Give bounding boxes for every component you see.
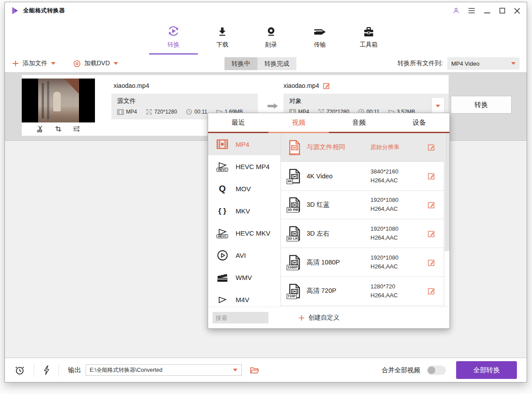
source-file-icon: source [288, 140, 307, 155]
preset-scrollbar[interactable] [444, 133, 449, 307]
effects-sliders-icon[interactable] [73, 125, 80, 133]
app-title: 全能格式转换器 [23, 7, 65, 15]
nav-tab-toolbox[interactable]: 工具箱 [344, 22, 393, 49]
nav-tab-transfer[interactable]: 传输 [296, 22, 344, 49]
divider [59, 363, 59, 377]
target-format-dropdown-button[interactable] [431, 97, 445, 115]
convert-all-to-label: 转换所有文件到: [398, 59, 443, 67]
clapperboard-icon [217, 272, 228, 283]
edit-preset-icon[interactable] [428, 143, 435, 151]
rename-edit-icon[interactable] [323, 82, 330, 89]
edit-preset-icon[interactable] [428, 230, 435, 237]
output-path-select[interactable]: E:\全能格式转换器\Converted [86, 364, 242, 376]
video-file-icon: 1080P [288, 255, 307, 270]
open-folder-icon[interactable] [250, 366, 259, 374]
plus-icon [298, 315, 305, 321]
transfer-icon [313, 26, 327, 38]
edit-preset-icon[interactable] [428, 259, 435, 266]
format-item-hevc-mkv[interactable]: HEVC HEVC MKV [208, 222, 280, 244]
edit-preset-icon[interactable] [428, 201, 435, 209]
film-icon [117, 109, 124, 115]
convert-button[interactable]: 转换 [451, 96, 512, 114]
resize-icon [146, 109, 152, 115]
chevron-down-icon [114, 62, 118, 65]
toolbox-icon [363, 27, 375, 38]
menu-icon[interactable] [468, 7, 475, 14]
format-item-avi[interactable]: AVI [208, 244, 280, 266]
format-item-hevc-mp4[interactable]: HEVC HEVC MP4 [208, 155, 280, 177]
edit-preset-icon[interactable] [428, 172, 435, 180]
format-item-mp4[interactable]: MP4 [208, 133, 280, 155]
preset-same-as-source[interactable]: source 与源文件相同 原始分辨率 [281, 133, 449, 162]
burn-disc-icon [265, 26, 277, 38]
panel-tab-device[interactable]: 设备 [389, 113, 449, 133]
high-speed-bolt-icon[interactable] [43, 365, 50, 375]
format-item-mov[interactable]: Q MOV [208, 177, 280, 200]
load-dvd-button[interactable]: 加载DVD [73, 59, 118, 67]
convert-icon [166, 24, 181, 38]
add-file-button[interactable]: 添加文件 [12, 59, 55, 67]
hevc-flag-icon: HEVC [217, 162, 228, 172]
source-section-title: 源文件 [117, 97, 252, 105]
output-path-value: E:\全能格式转换器\Converted [86, 366, 233, 374]
video-thumbnail[interactable] [22, 79, 95, 122]
source-filename: xiaodao.mp4 [114, 82, 149, 89]
preset-hd-1080p[interactable]: 1080P 高清 1080P 1920*1080H264,AAC [281, 248, 449, 277]
panel-footer: 创建自定义 [208, 307, 449, 328]
source-resolution: 720*1280 [146, 109, 177, 115]
braces-icon: { } [218, 207, 226, 215]
close-icon[interactable] [514, 8, 520, 14]
top-nav: 转换 下载 刻录 传输 工具箱 [5, 19, 527, 55]
plus-icon [12, 60, 19, 67]
app-window: 全能格式转换器 转换 下载 刻录 传输 [4, 2, 527, 382]
preset-4k-video[interactable]: 4K 4K Video 3840*2160H264,AAC [281, 162, 449, 191]
nav-tab-convert[interactable]: 转换 [149, 22, 198, 49]
format-picker-panel: 最近 视频 音频 设备 MP4 HEVC HEVC MP4 Q M [208, 113, 450, 329]
merge-all-label: 合并全部视频 [382, 366, 420, 374]
chevron-down-icon [51, 62, 55, 65]
preset-hd-720p[interactable]: 720P 高清 720P 1280*720H264,AAC [281, 277, 449, 306]
format-item-wmv[interactable]: WMV [208, 266, 280, 288]
format-item-m4v[interactable]: M4V [208, 288, 280, 307]
account-icon[interactable] [453, 7, 460, 14]
preset-3d-red-blue[interactable]: 3D RB 3D 红蓝 1920*1080H264,AAC [281, 191, 449, 220]
output-format-select[interactable]: MP4 Video [447, 57, 520, 70]
create-custom-button[interactable]: 创建自定义 [298, 314, 339, 322]
tab-finished[interactable]: 转换完成 [257, 57, 296, 70]
target-filename: xiaodao.mp4 [284, 82, 330, 89]
nav-tab-download[interactable]: 下载 [198, 22, 247, 49]
crop-icon[interactable] [55, 125, 62, 133]
dvd-disc-icon [73, 60, 81, 67]
format-list: MP4 HEVC HEVC MP4 Q MOV { } MKV [208, 133, 281, 307]
video-thumbnail-card [22, 79, 95, 135]
video-frame-image [38, 79, 79, 122]
panel-tab-video[interactable]: 视频 [268, 113, 329, 133]
chevron-down-icon [233, 369, 237, 371]
toggle-knob [428, 366, 435, 374]
search-input[interactable] [213, 312, 268, 323]
source-format: MP4 [117, 109, 137, 115]
convert-all-button[interactable]: 全部转换 [456, 361, 517, 379]
app-logo-icon [11, 7, 19, 15]
queue-tabs: 转换中 转换完成 [225, 57, 296, 70]
trim-scissors-icon[interactable] [36, 125, 44, 133]
clock-icon [186, 109, 192, 115]
panel-tab-audio[interactable]: 音频 [329, 113, 389, 133]
toolbar: 添加文件 加载DVD 转换中 转换完成 转换所有文件到: MP4 Video [5, 55, 527, 73]
source-duration: 00:11 [186, 109, 207, 115]
tab-converting[interactable]: 转换中 [225, 57, 257, 70]
nav-tab-burn[interactable]: 刻录 [247, 22, 296, 49]
output-label: 输出 [68, 366, 81, 374]
preset-3d-left-right[interactable]: 3D LR 3D 左右 1920*1080H264,AAC [281, 219, 449, 248]
edit-preset-icon[interactable] [428, 287, 435, 295]
merge-all-toggle[interactable] [427, 366, 446, 375]
schedule-alarm-icon[interactable] [15, 365, 25, 375]
video-file-icon: 4K [288, 169, 307, 184]
scrollbar-thumb[interactable] [445, 133, 449, 251]
panel-tab-recent[interactable]: 最近 [208, 113, 268, 133]
divider [34, 363, 34, 377]
minimize-icon[interactable] [484, 7, 491, 14]
format-item-mkv[interactable]: { } MKV [208, 200, 280, 222]
maximize-icon[interactable] [499, 8, 505, 14]
download-icon [216, 26, 229, 38]
